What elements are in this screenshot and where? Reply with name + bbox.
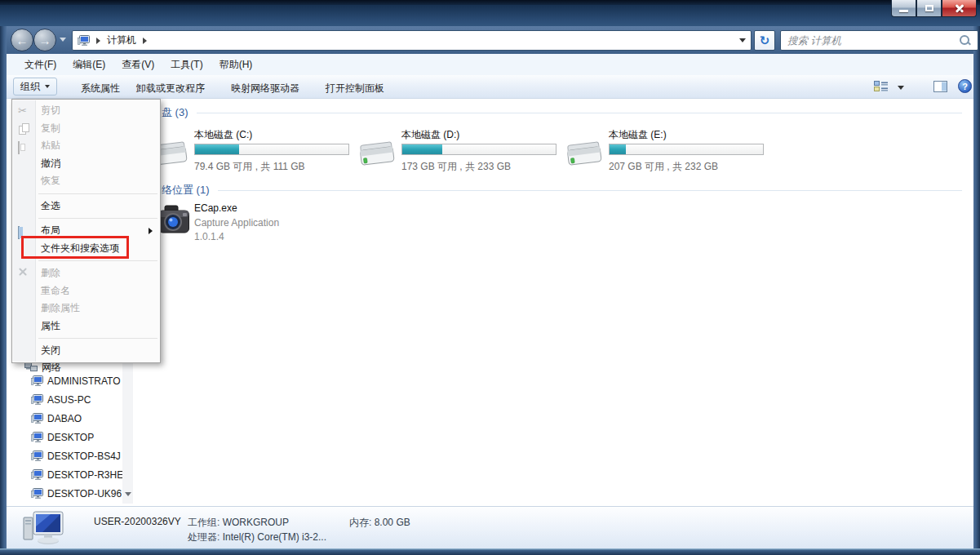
drive-e-item[interactable]: 本地磁盘 (E:) 207 GB 可用 , 共 232 GB: [565, 127, 769, 177]
group-header-hard-disks[interactable]: 硬盘 (3): [151, 105, 962, 120]
organize-dropdown-menu: ✂ 剪切 复制 粘贴 撤消 恢复 全选 布局 文件夹和搜索选项: [11, 99, 161, 363]
computer-icon: [31, 413, 43, 424]
menu-edit[interactable]: 编辑(E): [64, 55, 113, 75]
menu-separator: [38, 218, 157, 219]
menu-item-close[interactable]: 关闭: [13, 342, 159, 360]
sidebar-item-computer[interactable]: DESKTOP-R3HE: [31, 468, 125, 482]
group-divider: [197, 113, 963, 113]
sidebar-item-computer[interactable]: ASUS-PC: [31, 393, 125, 407]
menu-item-label: 删除属性: [41, 302, 80, 313]
capacity-bar: [194, 144, 349, 155]
preview-pane-icon[interactable]: [933, 81, 947, 92]
map-network-drive-button[interactable]: 映射网络驱动器: [231, 82, 299, 95]
menu-item-label: 重命名: [41, 285, 70, 296]
views-dropdown-icon[interactable]: [898, 86, 904, 90]
help-icon[interactable]: ?: [958, 79, 972, 93]
menu-item-cut[interactable]: ✂ 剪切: [13, 102, 159, 120]
sidebar-item-label: DABAO: [47, 413, 82, 424]
back-button[interactable]: ←: [11, 29, 33, 51]
computer-icon: [31, 432, 43, 443]
uninstall-program-button[interactable]: 卸载或更改程序: [136, 82, 205, 95]
menu-item-label: 剪切: [41, 104, 60, 116]
explorer-window: ← → 计算机 ↻ 文件(F) 编辑(E) 查看(V) 工具(T) 帮助(H) …: [0, 0, 980, 555]
address-bar[interactable]: 计算机: [72, 30, 752, 51]
app-description: Capture Application: [194, 217, 279, 229]
app-version: 1.0.1.4: [194, 231, 224, 242]
hard-disk-icon: [565, 138, 603, 169]
scroll-down-icon[interactable]: [125, 492, 131, 496]
computer-name: USER-20200326VY: [94, 516, 181, 527]
menu-item-select-all[interactable]: 全选: [13, 198, 159, 215]
sidebar-item-computer[interactable]: DESKTOP-UK96: [31, 486, 125, 501]
workgroup-field: 工作组: WORKGROUP: [188, 516, 289, 530]
recent-pages-dropdown-icon[interactable]: [60, 38, 66, 42]
group-header-network-locations[interactable]: 网络位置 (1): [151, 183, 962, 198]
processor-field: 处理器: Intel(R) Core(TM) i3-2...: [188, 531, 326, 544]
menu-separator: [38, 193, 157, 194]
menu-separator: [38, 338, 157, 339]
address-dropdown-icon[interactable]: [739, 38, 746, 42]
menu-item-label: 粘贴: [41, 140, 60, 151]
network-icon: [24, 362, 38, 373]
system-properties-button[interactable]: 系统属性: [81, 82, 120, 95]
red-highlight-box: [21, 236, 129, 259]
copy-icon: [18, 122, 33, 135]
submenu-arrow-icon: [149, 228, 153, 234]
computer-icon: [31, 488, 43, 500]
computer-icon: [31, 394, 43, 406]
camera-icon: [157, 203, 190, 241]
menu-file[interactable]: 文件(F): [16, 55, 64, 75]
menu-item-label: 属性: [41, 320, 60, 331]
menu-item-redo[interactable]: 恢复: [13, 172, 159, 190]
search-input[interactable]: [786, 33, 949, 48]
refresh-button[interactable]: ↻: [754, 30, 775, 51]
menu-item-label: 删除: [41, 267, 60, 278]
sidebar-item-computer[interactable]: DESKTOP: [31, 430, 125, 445]
sidebar-item-computer[interactable]: DESKTOP-BS4J: [31, 449, 125, 464]
menu-item-properties[interactable]: 属性: [13, 317, 159, 335]
menu-separator: [38, 260, 157, 261]
open-control-panel-button[interactable]: 打开控制面板: [326, 82, 384, 95]
navigation-bar: ← → 计算机 ↻: [7, 26, 973, 54]
drive-d-item[interactable]: 本地磁盘 (D:) 173 GB 可用 , 共 233 GB: [358, 127, 562, 177]
drive-name: 本地磁盘 (C:): [194, 128, 252, 142]
close-icon: [955, 3, 964, 13]
menu-item-rename[interactable]: 重命名: [13, 282, 159, 300]
sidebar-item-label: ASUS-PC: [47, 394, 91, 406]
capacity-bar-fill: [402, 144, 442, 154]
breadcrumb-computer[interactable]: 计算机: [107, 33, 136, 47]
forward-button[interactable]: →: [33, 29, 56, 51]
views-icon[interactable]: [874, 81, 888, 92]
organize-button[interactable]: 组织: [13, 78, 57, 95]
organize-label: 组织: [20, 80, 40, 94]
drive-c-item[interactable]: 本地磁盘 (C:) 79.4 GB 可用 , 共 111 GB: [151, 127, 355, 177]
menu-item-paste[interactable]: 粘贴: [13, 137, 159, 155]
minimize-button[interactable]: [891, 0, 916, 17]
sidebar-scrollbar[interactable]: [122, 363, 133, 504]
window-frame-right: [973, 26, 980, 555]
breadcrumb-arrow-icon[interactable]: [143, 38, 147, 44]
close-button[interactable]: [942, 0, 977, 17]
computer-icon: [78, 35, 90, 47]
titlebar[interactable]: [0, 5, 980, 26]
sidebar-item-computer[interactable]: ADMINISTRATO: [31, 374, 125, 388]
maximize-icon: [925, 5, 933, 11]
menu-view[interactable]: 查看(V): [113, 55, 162, 75]
menu-item-copy[interactable]: 复制: [13, 120, 159, 138]
menu-bar: 文件(F) 编辑(E) 查看(V) 工具(T) 帮助(H): [7, 54, 973, 75]
menu-tools[interactable]: 工具(T): [162, 55, 211, 75]
menu-item-remove-properties[interactable]: 删除属性: [13, 300, 159, 317]
menu-item-delete[interactable]: 删除: [13, 264, 159, 282]
menu-help[interactable]: 帮助(H): [211, 55, 261, 75]
maximize-button[interactable]: [916, 0, 942, 17]
window-controls: [891, 0, 977, 18]
forward-icon: →: [39, 34, 51, 47]
layout-icon: [18, 226, 20, 239]
search-box: [780, 30, 978, 51]
sidebar-item-computer[interactable]: DABAO: [31, 411, 125, 426]
help-glyph: ?: [962, 82, 968, 91]
network-app-item[interactable]: ECap.exe Capture Application 1.0.1.4: [151, 201, 396, 243]
menu-item-undo[interactable]: 撤消: [13, 155, 159, 173]
capacity-bar-fill: [610, 144, 626, 154]
computer-icon: [31, 451, 43, 462]
